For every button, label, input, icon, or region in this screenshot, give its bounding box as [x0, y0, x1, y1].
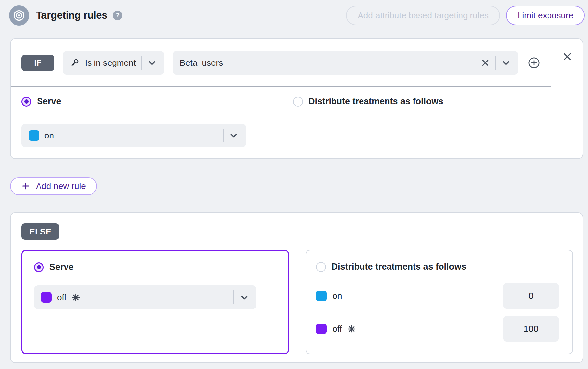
- limit-exposure-button[interactable]: Limit exposure: [506, 6, 585, 25]
- treatment-swatch: [29, 130, 39, 141]
- default-serve-panel[interactable]: Serve off: [21, 250, 289, 354]
- else-badge: ELSE: [21, 223, 59, 240]
- add-new-rule-label: Add new rule: [36, 181, 86, 191]
- default-treatment-select[interactable]: off: [34, 285, 256, 309]
- treatment-name: off: [333, 324, 342, 334]
- serve-radio[interactable]: [21, 97, 31, 107]
- treatment-name: on: [44, 131, 54, 141]
- treatment-swatch: [316, 324, 327, 334]
- serve-options-row: Serve Distribute treatments as follows: [21, 96, 541, 107]
- default-serve-label: Serve: [49, 262, 74, 272]
- remove-rule-icon[interactable]: [562, 52, 572, 62]
- if-rule-main: IF Is in segment Beta_users: [11, 39, 551, 158]
- serve-option: Serve: [21, 96, 293, 107]
- divider: [223, 129, 224, 142]
- treatment-percent-input[interactable]: 0: [503, 283, 559, 309]
- plus-circle-icon: [526, 55, 542, 70]
- default-treatment-icon: [71, 293, 80, 302]
- distribute-radio[interactable]: [293, 97, 303, 107]
- segment-value: Beta_users: [180, 58, 223, 68]
- default-distribute-option: Distribute treatments as follows: [316, 262, 559, 272]
- default-distribute-panel: Distribute treatments as follows on 0 of…: [306, 250, 573, 354]
- default-rule-card: ELSE Serve off: [10, 212, 583, 363]
- page-title: Targeting rules: [36, 10, 107, 21]
- default-serve-option: Serve: [34, 262, 277, 272]
- treatment-swatch: [316, 291, 327, 301]
- chevron-down-icon: [147, 58, 157, 68]
- matcher-select[interactable]: Is in segment: [63, 51, 164, 75]
- add-attribute-rules-button[interactable]: Add attribute based targeting rules: [346, 6, 500, 25]
- distribute-option: Distribute treatments as follows: [293, 96, 443, 107]
- bullseye-icon: [12, 8, 26, 23]
- key-icon: [70, 58, 80, 68]
- segment-field-controls: [481, 56, 511, 70]
- default-treatment-icon: [347, 325, 356, 333]
- targeting-rules-panel: Targeting rules ? Add attribute based ta…: [0, 0, 588, 369]
- help-icon[interactable]: ?: [113, 11, 122, 20]
- distribute-label: Distribute treatments as follows: [308, 96, 443, 107]
- if-rule-body: Serve Distribute treatments as follows o…: [11, 87, 551, 158]
- treatment-select-controls: [223, 129, 239, 142]
- treatment-name: on: [333, 291, 342, 301]
- matcher-label: Is in segment: [85, 58, 136, 68]
- divider: [495, 56, 496, 70]
- chevron-down-icon: [239, 292, 249, 302]
- treatment-select[interactable]: on: [21, 124, 246, 147]
- header: Targeting rules ? Add attribute based ta…: [9, 5, 585, 26]
- default-serve-radio[interactable]: [34, 262, 44, 272]
- treatment-name: off: [57, 292, 66, 303]
- divider: [233, 290, 234, 304]
- chevron-down-icon: [501, 58, 511, 68]
- default-distribute-radio[interactable]: [316, 262, 326, 272]
- close-icon: [562, 52, 572, 62]
- divider: [141, 56, 142, 70]
- targeting-rules-icon: [9, 5, 29, 26]
- if-badge: IF: [21, 55, 54, 71]
- treatment-percent-input[interactable]: 100: [503, 316, 559, 342]
- default-distribute-label: Distribute treatments as follows: [332, 262, 467, 272]
- rule-aside: [551, 39, 583, 158]
- chevron-down-icon: [229, 131, 239, 140]
- serve-label: Serve: [37, 96, 61, 107]
- treatment-swatch: [41, 292, 52, 303]
- distribution-row: on 0: [316, 283, 559, 309]
- segment-value-field[interactable]: Beta_users: [173, 51, 518, 75]
- add-new-rule-button[interactable]: Add new rule: [10, 177, 97, 195]
- condition-row: IF Is in segment Beta_users: [11, 39, 551, 87]
- default-rule-panels: Serve off: [21, 250, 573, 354]
- plus-icon: [21, 182, 30, 191]
- help-glyph: ?: [116, 12, 120, 19]
- treatment-select-controls: [233, 290, 249, 304]
- add-condition-icon[interactable]: [526, 55, 542, 70]
- clear-icon[interactable]: [481, 58, 490, 67]
- if-rule-card: IF Is in segment Beta_users: [10, 38, 583, 159]
- distribution-row: off 100: [316, 316, 559, 342]
